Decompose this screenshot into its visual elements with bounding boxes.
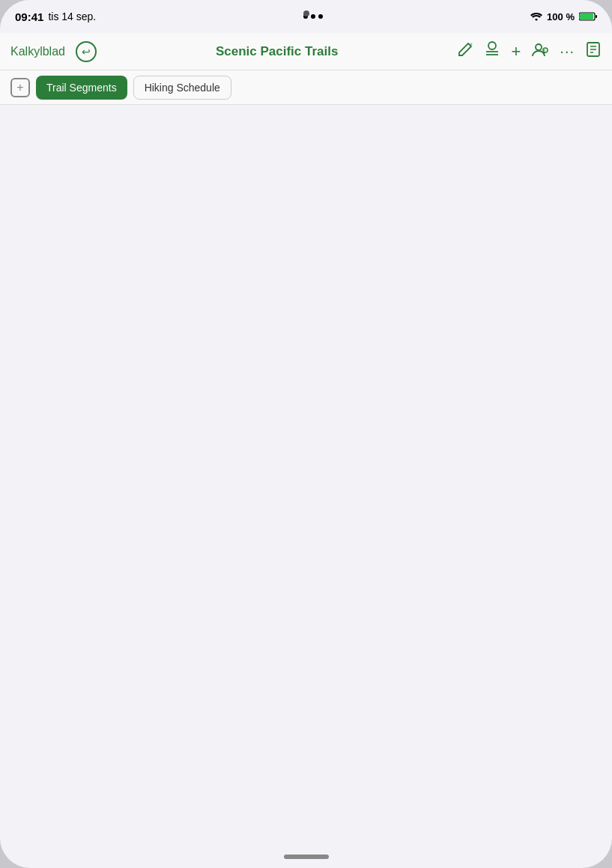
- battery-percent: 100 %: [547, 11, 575, 22]
- home-indicator[interactable]: [284, 855, 329, 859]
- share-person-icon[interactable]: [531, 41, 549, 61]
- notes-icon[interactable]: [585, 41, 602, 61]
- tab-trail-segments[interactable]: Trail Segments: [36, 76, 127, 100]
- add-icon[interactable]: +: [511, 43, 521, 60]
- back-button[interactable]: ↩: [76, 41, 97, 62]
- svg-rect-2: [596, 15, 597, 18]
- document-title: Scenic Pacific Trails: [104, 44, 450, 59]
- status-date: tis 14 sep.: [48, 10, 96, 22]
- status-bar: 09:41 tis 14 sep. 100 %: [0, 0, 612, 33]
- svg-point-3: [470, 43, 473, 46]
- tabs-row: + Trail Segments Hiking Schedule: [0, 70, 612, 105]
- annotate-icon[interactable]: [457, 41, 473, 61]
- battery-icon: [579, 12, 597, 21]
- back-label[interactable]: Kalkylblad: [10, 45, 65, 58]
- tab-hiking-schedule[interactable]: Hiking Schedule: [133, 76, 231, 100]
- status-time: 09:41: [15, 10, 43, 23]
- camera-dot: [303, 10, 309, 16]
- wifi-icon: [530, 12, 542, 21]
- svg-point-4: [488, 42, 496, 49]
- format-icon[interactable]: [484, 41, 500, 61]
- app-toolbar: Kalkylblad ↩ Scenic Pacific Trails: [0, 33, 612, 70]
- device-frame: 09:41 tis 14 sep. 100 % Kalkylblad: [0, 0, 612, 868]
- more-icon[interactable]: ···: [560, 43, 575, 60]
- svg-point-7: [536, 44, 542, 50]
- toolbar-icons: + ···: [457, 41, 602, 61]
- svg-rect-1: [580, 13, 593, 19]
- status-right: 100 %: [530, 11, 597, 22]
- add-tab-button[interactable]: +: [10, 78, 30, 97]
